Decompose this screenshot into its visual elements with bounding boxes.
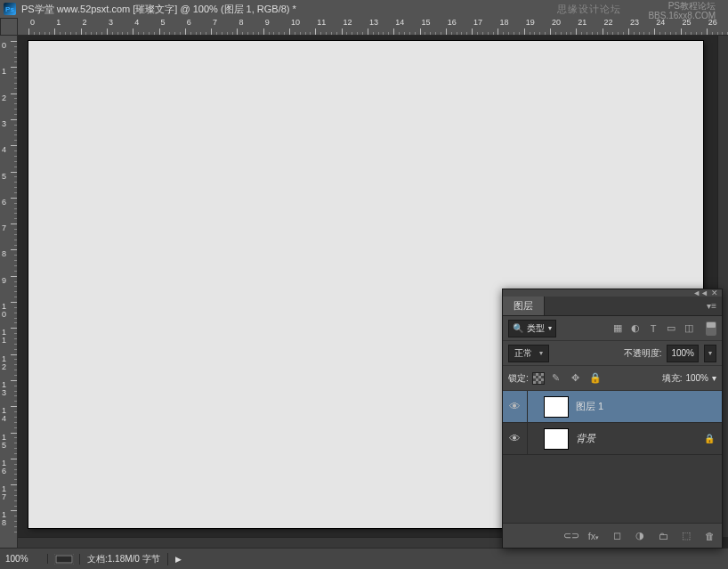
filter-type-icon[interactable]: T bbox=[645, 321, 661, 337]
filter-smart-icon[interactable]: ◫ bbox=[681, 321, 697, 337]
layer-thumbnail[interactable] bbox=[544, 396, 569, 418]
layer-item[interactable]: 👁图层 1 bbox=[503, 391, 722, 423]
chevron-down-icon: ▾ bbox=[539, 349, 543, 357]
close-icon[interactable]: ✕ bbox=[711, 289, 718, 297]
lock-position-icon[interactable]: ✥ bbox=[568, 370, 584, 386]
layer-thumbnail[interactable] bbox=[544, 428, 569, 450]
filter-type-dropdown[interactable]: 🔍 类型 ▾ bbox=[508, 320, 556, 337]
filter-toggle[interactable] bbox=[706, 321, 716, 336]
panel-menu-icon[interactable]: ▾≡ bbox=[701, 301, 722, 311]
link-layers-icon[interactable]: ⊂⊃ bbox=[563, 530, 578, 541]
ruler-origin[interactable] bbox=[0, 18, 18, 36]
watermark-forum: 思缘设计论坛 bbox=[557, 3, 621, 16]
photoshop-icon: Ps bbox=[4, 3, 16, 15]
panel-controls: ◄◄ ✕ bbox=[503, 289, 722, 297]
preview-icon[interactable] bbox=[48, 554, 80, 565]
statusbar: 100% 文档:1.18M/0 字节 ▶ bbox=[0, 548, 728, 569]
blend-mode-dropdown[interactable]: 正常 ▾ bbox=[508, 345, 549, 362]
zoom-level[interactable]: 100% bbox=[0, 554, 48, 564]
fill-label: 填充: bbox=[662, 372, 683, 385]
layer-item[interactable]: 👁背景🔒 bbox=[503, 423, 722, 455]
collapse-icon[interactable]: ◄◄ bbox=[692, 289, 708, 297]
opacity-value[interactable]: 100% bbox=[667, 345, 699, 362]
fill-value[interactable]: 100% bbox=[685, 373, 708, 383]
lock-label: 锁定: bbox=[508, 372, 529, 385]
visibility-icon[interactable]: 👁 bbox=[503, 423, 528, 454]
visibility-icon[interactable]: 👁 bbox=[503, 391, 528, 422]
lock-icon: 🔒 bbox=[704, 434, 722, 443]
tab-layers[interactable]: 图层 bbox=[503, 297, 545, 315]
adjustment-layer-icon[interactable]: ◑ bbox=[633, 530, 647, 541]
info-arrow-icon[interactable]: ▶ bbox=[168, 555, 189, 564]
ruler-horizontal[interactable]: 0123456789101112131415161718192021222324… bbox=[18, 18, 728, 36]
lock-transparency-icon[interactable] bbox=[532, 372, 545, 385]
opacity-slider-icon[interactable]: ▾ bbox=[704, 345, 716, 362]
layer-mask-icon[interactable]: ◻ bbox=[610, 530, 624, 541]
panel-tabs: 图层 ▾≡ bbox=[503, 297, 722, 316]
new-layer-icon[interactable]: ⬚ bbox=[679, 530, 693, 541]
layer-group-icon[interactable]: 🗀 bbox=[656, 531, 670, 541]
ruler-vertical[interactable]: 0123456789101112131415161718 bbox=[0, 36, 18, 548]
opacity-label: 不透明度: bbox=[624, 347, 662, 360]
chevron-down-icon: ▾ bbox=[548, 324, 552, 332]
blend-mode-row: 正常 ▾ 不透明度: 100% ▾ bbox=[503, 341, 722, 366]
filter-shape-icon[interactable]: ▭ bbox=[663, 321, 679, 337]
watermark-site: PS教程论坛 BBS.16xx8.COM bbox=[648, 1, 716, 20]
panel-footer: ⊂⊃ fx▾ ◻ ◑ 🗀 ⬚ 🗑 bbox=[503, 523, 722, 548]
lock-row: 锁定: ✎ ✥ 🔒 填充: 100% ▾ bbox=[503, 366, 722, 391]
layers-panel: ◄◄ ✕ 图层 ▾≡ 🔍 类型 ▾ ▦ ◐ T ▭ ◫ 正常 ▾ 不透明度: 1… bbox=[502, 289, 723, 549]
filter-pixel-icon[interactable]: ▦ bbox=[610, 321, 626, 337]
search-icon: 🔍 bbox=[513, 323, 523, 333]
filter-adjustment-icon[interactable]: ◐ bbox=[627, 321, 643, 337]
layer-name[interactable]: 图层 1 bbox=[576, 400, 722, 413]
document-title: PS学堂 www.52psxt.com [璀璨文字] @ 100% (图层 1,… bbox=[21, 3, 296, 16]
layer-effects-icon[interactable]: fx▾ bbox=[586, 531, 601, 541]
lock-all-icon[interactable]: 🔒 bbox=[587, 370, 603, 386]
fill-slider-icon[interactable]: ▾ bbox=[712, 373, 716, 383]
document-info[interactable]: 文档:1.18M/0 字节 bbox=[80, 553, 168, 565]
layer-list-empty[interactable] bbox=[503, 455, 722, 523]
delete-layer-icon[interactable]: 🗑 bbox=[702, 531, 716, 541]
layer-list: 👁图层 1👁背景🔒 bbox=[503, 391, 722, 455]
layer-filter-row: 🔍 类型 ▾ ▦ ◐ T ▭ ◫ bbox=[503, 316, 722, 341]
lock-pixels-icon[interactable]: ✎ bbox=[548, 370, 564, 386]
layer-name[interactable]: 背景 bbox=[576, 432, 704, 445]
